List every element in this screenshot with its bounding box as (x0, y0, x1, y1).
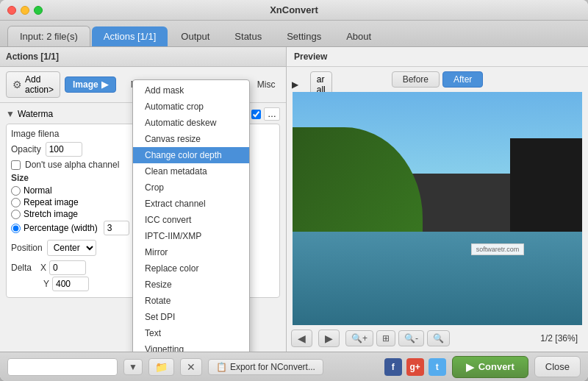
folder-dropdown-button[interactable]: ▼ (123, 359, 143, 375)
title-bar: XnConvert (0, 0, 588, 21)
menu-item-extract-channel[interactable]: Extract channel (133, 196, 249, 212)
stretch-label: Stretch image (24, 209, 78, 219)
percentage-label: Percentage (width) (24, 223, 98, 233)
opacity-label: Opacity (11, 144, 41, 154)
menu-item-change-color-depth[interactable]: Change color depth (133, 147, 249, 163)
preview-image: softwaretr.com (293, 92, 582, 325)
menu-item-resize[interactable]: Resize (133, 277, 249, 293)
x-label: X (40, 263, 46, 273)
dropdown-overlay: Add mask Automatic crop Automatic deskew… (132, 79, 250, 352)
delta-label: Delta (11, 263, 32, 273)
opacity-input[interactable] (46, 142, 82, 157)
percentage-input[interactable] (104, 221, 129, 235)
tab-bar: Input: 2 file(s) Actions [1/1] Output St… (0, 21, 588, 47)
menu-item-replace-color[interactable]: Replace color (133, 260, 249, 277)
zoom-out-button[interactable]: 🔍- (398, 330, 424, 346)
zoom-controls: 🔍+ ⊞ 🔍- 🔍 (345, 330, 450, 346)
maximize-traffic-light[interactable] (34, 6, 43, 15)
normal-radio[interactable] (11, 186, 21, 196)
menu-item-mirror[interactable]: Mirror (133, 244, 249, 260)
repeat-label: Repeat image (24, 197, 79, 207)
after-button[interactable]: After (442, 71, 483, 88)
image-nav: ◀ ▶ 🔍+ ⊞ 🔍- 🔍 1/2 [36%] (287, 325, 588, 352)
twitter-icon[interactable]: t (429, 358, 446, 376)
export-label: Export for NConvert... (230, 362, 315, 372)
close-traffic-light[interactable] (7, 6, 16, 15)
watermark-checkbox[interactable] (251, 110, 261, 119)
fit-button[interactable]: ⊞ (376, 330, 395, 346)
gear-icon: ⚙ (12, 79, 22, 90)
export-button[interactable]: 📋 Export for NConvert... (208, 359, 323, 375)
percentage-radio[interactable] (11, 224, 21, 233)
misc-label: Misc (257, 79, 276, 90)
main-window: XnConvert Input: 2 file(s) Actions [1/1]… (0, 0, 588, 381)
tab-actions[interactable]: Actions [1/1] (92, 26, 168, 46)
menu-item-auto-crop[interactable]: Automatic crop (133, 99, 249, 115)
repeat-radio[interactable] (11, 198, 21, 207)
bottom-bar: ▼ 📁 ✕ 📋 Export for NConvert... f g+ t ▶ … (0, 352, 588, 381)
tab-status[interactable]: Status (223, 26, 273, 46)
image-container: softwaretr.com (293, 92, 582, 325)
prev-image-button[interactable]: ◀ (291, 330, 312, 347)
convert-label: Convert (478, 361, 514, 372)
image-menu-button[interactable]: Image ▶ (65, 76, 116, 93)
image-dropdown-menu: Add mask Automatic crop Automatic deskew… (132, 79, 250, 352)
misc-nav-item[interactable]: Misc ▶ (247, 77, 306, 92)
tab-settings[interactable]: Settings (275, 26, 333, 46)
misc-arrow: ▶ (292, 79, 298, 90)
export-icon: 📋 (216, 362, 227, 372)
menu-item-icc-convert[interactable]: ICC convert (133, 212, 249, 228)
social-icons: f g+ t (384, 358, 446, 376)
position-select[interactable]: Center (47, 240, 96, 256)
facebook-icon[interactable]: f (384, 358, 402, 376)
normal-label: Normal (24, 185, 52, 196)
y-input[interactable] (52, 277, 89, 291)
menu-item-canvas-resize[interactable]: Canvas resize (133, 131, 249, 147)
right-panel: Preview Before After softwaretr.com ◀ ▶ … (287, 47, 588, 352)
zoom-in-button[interactable]: 🔍+ (345, 330, 373, 346)
watermark-overlay-text: softwaretr.com (471, 243, 525, 255)
watermark-section-label: Waterma (18, 109, 53, 119)
left-panel: Actions [1/1] ⚙ Add action> Image ▶ Map … (0, 47, 287, 352)
delete-button[interactable]: ✕ (180, 358, 202, 376)
add-action-button[interactable]: ⚙ Add action> (6, 71, 60, 98)
menu-item-auto-deskew[interactable]: Automatic deskew (133, 115, 249, 131)
menu-item-set-dpi[interactable]: Set DPI (133, 309, 249, 325)
water-layer (293, 232, 582, 325)
x-input[interactable] (49, 260, 86, 275)
tab-about[interactable]: About (334, 26, 383, 46)
folder-path-input[interactable] (7, 358, 118, 376)
close-button[interactable]: Close (534, 356, 581, 377)
image-btn-label: Image (73, 79, 98, 90)
filename-label: Image filena (11, 129, 59, 139)
collapse-icon[interactable]: ▼ (6, 109, 15, 119)
menu-item-add-mask[interactable]: Add mask (133, 82, 249, 99)
googleplus-icon[interactable]: g+ (406, 358, 424, 376)
add-action-label: Add action> (25, 74, 54, 95)
image-counter: 1/2 [36%] (540, 333, 578, 343)
traffic-lights (7, 6, 43, 15)
window-title: XnConvert (270, 4, 318, 15)
menu-item-rotate[interactable]: Rotate (133, 293, 249, 309)
alpha-checkbox[interactable] (11, 160, 21, 170)
y-label: Y (43, 279, 49, 289)
convert-button[interactable]: ▶ Convert (452, 356, 528, 378)
menu-item-text[interactable]: Text (133, 325, 249, 341)
next-image-button[interactable]: ▶ (318, 330, 340, 347)
menu-item-crop[interactable]: Crop (133, 179, 249, 196)
position-label: Position (11, 243, 43, 253)
tab-output[interactable]: Output (169, 26, 221, 46)
stretch-radio[interactable] (11, 210, 21, 219)
main-content: Actions [1/1] ⚙ Add action> Image ▶ Map … (0, 47, 588, 352)
minimize-traffic-light[interactable] (21, 6, 29, 15)
menu-item-iptc[interactable]: IPTC-IIM/XMP (133, 228, 249, 244)
tab-input[interactable]: Input: 2 file(s) (7, 26, 90, 46)
menu-item-clean-metadata[interactable]: Clean metadata (133, 163, 249, 179)
folder-open-button[interactable]: 📁 (148, 358, 174, 376)
zoom-reset-button[interactable]: 🔍 (427, 330, 450, 346)
alpha-label: Don't use alpha channel (25, 160, 119, 170)
convert-icon: ▶ (466, 361, 474, 373)
before-button[interactable]: Before (392, 71, 440, 88)
settings-icon[interactable]: … (264, 107, 280, 121)
menu-item-vignetting[interactable]: Vignetting (133, 341, 249, 352)
